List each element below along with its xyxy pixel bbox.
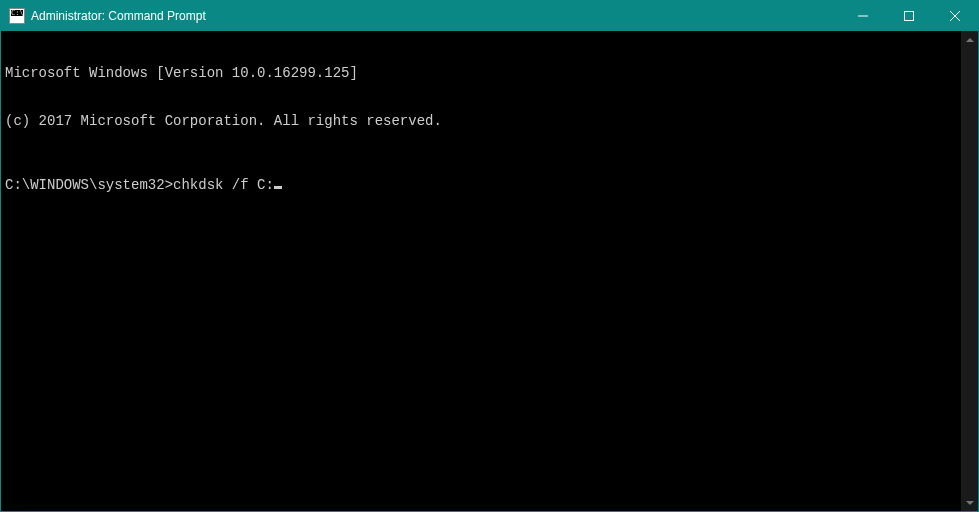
terminal-output[interactable]: Microsoft Windows [Version 10.0.16299.12…: [1, 31, 961, 511]
window-controls: [840, 1, 978, 31]
output-line: Microsoft Windows [Version 10.0.16299.12…: [5, 65, 957, 81]
command-text: chkdsk /f C:: [173, 177, 274, 193]
prompt-text: C:\WINDOWS\system32>: [5, 177, 173, 193]
content-area: Microsoft Windows [Version 10.0.16299.12…: [1, 31, 978, 511]
scroll-track[interactable]: [961, 48, 978, 494]
close-button[interactable]: [932, 1, 978, 31]
close-icon: [950, 11, 960, 21]
chevron-up-icon: [966, 36, 974, 44]
command-prompt-window: Administrator: Command Prompt Microsoft …: [0, 0, 979, 512]
titlebar[interactable]: Administrator: Command Prompt: [1, 1, 978, 31]
maximize-icon: [904, 11, 914, 21]
scroll-up-button[interactable]: [961, 31, 978, 48]
minimize-button[interactable]: [840, 1, 886, 31]
chevron-down-icon: [966, 499, 974, 507]
maximize-button[interactable]: [886, 1, 932, 31]
output-line: (c) 2017 Microsoft Corporation. All righ…: [5, 113, 957, 129]
svg-rect-1: [905, 12, 914, 21]
window-title: Administrator: Command Prompt: [31, 9, 840, 23]
cursor: [274, 186, 282, 189]
app-icon: [9, 8, 25, 24]
prompt-line: C:\WINDOWS\system32>chkdsk /f C:: [5, 177, 957, 193]
minimize-icon: [858, 11, 868, 21]
scroll-down-button[interactable]: [961, 494, 978, 511]
vertical-scrollbar[interactable]: [961, 31, 978, 511]
